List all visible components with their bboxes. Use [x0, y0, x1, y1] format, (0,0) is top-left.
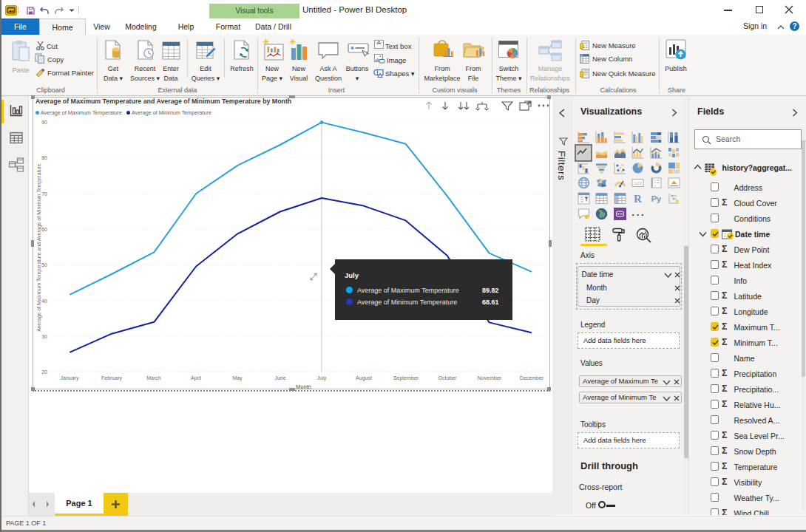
svg-text:90: 90 [41, 120, 47, 125]
svg-text:R: R [634, 193, 642, 205]
svg-text:80: 80 [41, 155, 47, 160]
svg-text:January: January [61, 375, 79, 381]
svg-text:50: 50 [41, 262, 47, 267]
svg-text:60: 60 [41, 227, 47, 232]
svg-text:20: 20 [41, 369, 47, 375]
svg-text:December: December [520, 375, 544, 381]
svg-text:30: 30 [41, 334, 47, 339]
svg-text:Month: Month [296, 383, 311, 390]
svg-text:Py: Py [651, 194, 661, 203]
svg-text:July: July [317, 375, 327, 381]
svg-text:123: 123 [634, 181, 643, 185]
svg-text:May: May [232, 375, 243, 381]
svg-text:October: October [438, 375, 458, 381]
svg-text:February: February [101, 375, 123, 381]
svg-text:40: 40 [41, 299, 47, 304]
svg-text:September: September [393, 375, 419, 381]
svg-text:Average of Maximum Temperature: Average of Maximum Temperature and Avera… [36, 163, 42, 332]
svg-text:70: 70 [41, 191, 47, 197]
svg-text:March: March [146, 375, 161, 381]
svg-text:November: November [478, 375, 502, 381]
svg-text:August: August [356, 375, 372, 381]
svg-text:April: April [191, 375, 201, 381]
svg-text:June: June [274, 375, 285, 381]
